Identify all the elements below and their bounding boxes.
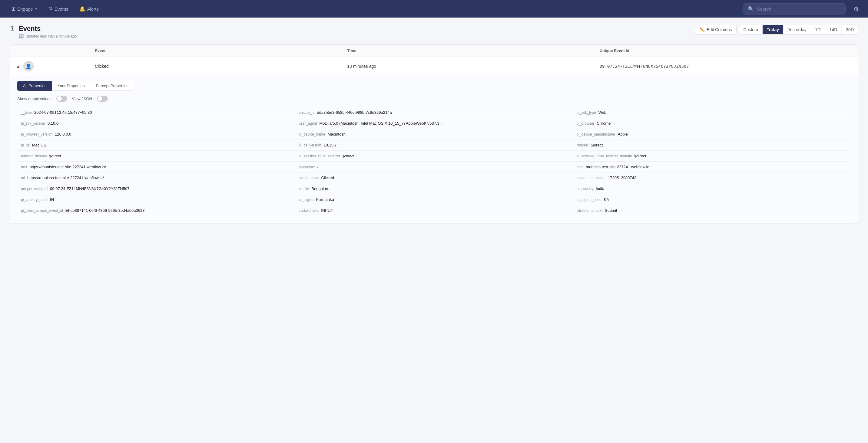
prop-value: $direct (49, 154, 61, 158)
prop-key: user_agent (299, 121, 317, 126)
event-unique-id: 09:07:24-FZ1LMN4F8N8X7G40Y2Y8JZN507 (600, 64, 852, 69)
prop-item-pi_city: pi_cityBengaluru (295, 183, 573, 194)
engage-nav-item[interactable]: ⊞ Engage ▾ (7, 4, 41, 14)
prop-item-pi_browser_version: pi_browser_version126.0.0.0 (17, 129, 295, 140)
pencil-icon: ✏️ (700, 27, 705, 32)
prop-tab-0[interactable]: All Properties (17, 81, 52, 91)
avatar: 👤 (23, 61, 34, 71)
edit-columns-label: Edit Columns (707, 27, 732, 32)
prop-item-pi_device_name: pi_device_nameMacintosh (295, 129, 573, 140)
prop-value: Mozilla/5.0 (Macintosh; Intel Mac OS X 1… (319, 121, 442, 126)
prop-key: event_name (299, 176, 319, 180)
prop-item-href: hrefhttps://manishs-test-site-227241.web… (17, 162, 295, 172)
avatar-icon: 👤 (26, 64, 31, 69)
page-title-row: 🗓 Events (10, 25, 76, 33)
alerts-nav-item[interactable]: 🔔 Alerts (75, 4, 103, 14)
prop-key: server_timestamp (577, 176, 606, 180)
property-tabs: All PropertiesYour PropertiesPercept Pro… (17, 81, 851, 91)
prop-value: Mac OS (32, 143, 46, 147)
prop-item-pi_country_code: pi_country_codeIN (17, 194, 295, 205)
prop-item-pathname: pathname/ (295, 162, 573, 172)
prop-item-pi_country: pi_countryIndia (573, 183, 851, 194)
prop-item-__time: __time2024-07-09T13:46:15.477+05:30 (17, 107, 295, 118)
page-header-left: 🗓 Events 🔄 Updated less than a minute ag… (10, 25, 76, 38)
engage-icon: ⊞ (11, 6, 16, 12)
prop-key: clickelement (299, 208, 319, 213)
prop-key: pi_device_name (299, 132, 325, 136)
event-row: ▲ 👤 Clicked 18 minutes ago 09:07:24-FZ1L… (10, 57, 858, 224)
prop-key: href (21, 165, 27, 169)
col-unique-event-id: Unique Event id (600, 48, 852, 53)
prop-item-pi_region: pi_regionKarnataka (295, 194, 573, 205)
time-filter-14d[interactable]: 14D (825, 25, 842, 34)
prop-tab-1[interactable]: Your Properties (52, 81, 90, 91)
prop-item-pi_os: pi_osMac OS (17, 140, 295, 151)
toggle-row: Show empty values View JSON (17, 96, 851, 102)
view-json-label: View JSON (72, 97, 92, 101)
main-content: 🗓 Events 🔄 Updated less than a minute ag… (0, 18, 868, 231)
prop-item-pi_device_manufacturer: pi_device_manufacturerApple (573, 129, 851, 140)
prop-key: pi_sdk_version (21, 121, 45, 126)
prop-key: pi_region_code (577, 198, 601, 202)
events-label: Events (55, 6, 68, 11)
prop-tab-2[interactable]: Percept Properties (90, 81, 134, 91)
event-details: All PropertiesYour PropertiesPercept Pro… (10, 76, 858, 223)
prop-value: 1720512980742 (608, 175, 636, 180)
prop-key: pathname (299, 165, 315, 169)
prop-item-unique_event_id: unique_event_id09:07:24-FZ1LMN4F8N8X7G40… (17, 183, 295, 194)
prop-value: Bengaluru (311, 186, 329, 191)
prop-item-pi_client_unique_event_id: pi_client_unique_event_idEI-de387141-0ef… (17, 205, 295, 216)
avatar-cell: ▲ 👤 (16, 61, 95, 71)
updated-row: 🔄 Updated less than a minute ago (19, 34, 76, 38)
prop-key: pi_country (577, 187, 593, 191)
prop-value: KA (604, 197, 609, 202)
prop-key: pi_browser_version (21, 132, 52, 136)
time-filter-custom[interactable]: Custom (739, 25, 763, 34)
prop-item-url: urlhttps://manishs-test-site-227241.webf… (17, 172, 295, 183)
prop-key: host (577, 165, 584, 169)
expand-button[interactable]: ▲ (16, 64, 20, 69)
view-json-toggle[interactable] (97, 96, 108, 102)
prop-item-user_agent: user_agentMozilla/5.0 (Macintosh; Intel … (295, 118, 573, 129)
settings-button[interactable]: ⚙ (851, 3, 861, 14)
prop-item-clickelement: clickelementINPUT (295, 205, 573, 216)
prop-key: pi_country_code (21, 198, 48, 202)
prop-value: IN (50, 197, 54, 202)
prop-key: referrer_domain (21, 154, 46, 158)
event-time: 18 minutes ago (347, 64, 599, 69)
prop-key: __time (21, 110, 32, 115)
prop-key: pi_client_unique_event_id (21, 208, 63, 213)
prop-item-pi_sdk_version: pi_sdk_version0.10.0 (17, 118, 295, 129)
events-icon: 🗓 (48, 6, 53, 11)
prop-value: 09:07:24-FZ1LMN4F8N8X7G40Y2Y8JZN507 (50, 186, 129, 191)
event-row-main[interactable]: ▲ 👤 Clicked 18 minutes ago 09:07:24-FZ1L… (10, 57, 858, 76)
page-header: 🗓 Events 🔄 Updated less than a minute ag… (10, 25, 858, 38)
properties-grid: __time2024-07-09T13:46:15.477+05:30uniqu… (17, 107, 851, 216)
prop-key: pi_city (299, 187, 309, 191)
prop-item-pi_session_initial_referrer: pi_session_initial_referrer$direct (295, 151, 573, 162)
updated-text: Updated less than a minute ago (26, 34, 76, 38)
prop-value: India (596, 186, 604, 191)
col-event: Event (95, 48, 347, 53)
prop-key: referrer (577, 143, 588, 147)
prop-item-host: hostmanishs-test-site-227241.webflow.io (573, 162, 851, 172)
col-avatar (16, 48, 95, 53)
prop-value: Clicked (321, 175, 334, 180)
time-filter-7d[interactable]: 7D (811, 25, 825, 34)
prop-key: pi_session_initial_referrer (299, 154, 340, 158)
prop-key: clickelementtext (577, 208, 602, 213)
prop-item-pi_browser: pi_browserChrome (573, 118, 851, 129)
edit-columns-button[interactable]: ✏️ Edit Columns (695, 25, 736, 34)
engage-label: Engage (17, 6, 33, 11)
time-filter-30d[interactable]: 30D (842, 25, 858, 34)
prop-key: pi_sdk_type (577, 110, 596, 115)
alerts-label: Alerts (87, 6, 99, 11)
search-bar[interactable]: 🔍 Search (743, 3, 845, 14)
events-nav-item[interactable]: 🗓 Events (43, 4, 73, 14)
show-empty-toggle[interactable] (56, 96, 67, 102)
prop-value: Chrome (597, 121, 611, 126)
time-filter-today[interactable]: Today (763, 25, 783, 34)
prop-item-unique_id: unique_iddda7b5e3-6585-446c-988b-7c8d329… (295, 107, 573, 118)
time-filter-yesterday[interactable]: Yesterday (783, 25, 811, 34)
page-header-right: ✏️ Edit Columns CustomTodayYesterday7D14… (695, 25, 858, 34)
